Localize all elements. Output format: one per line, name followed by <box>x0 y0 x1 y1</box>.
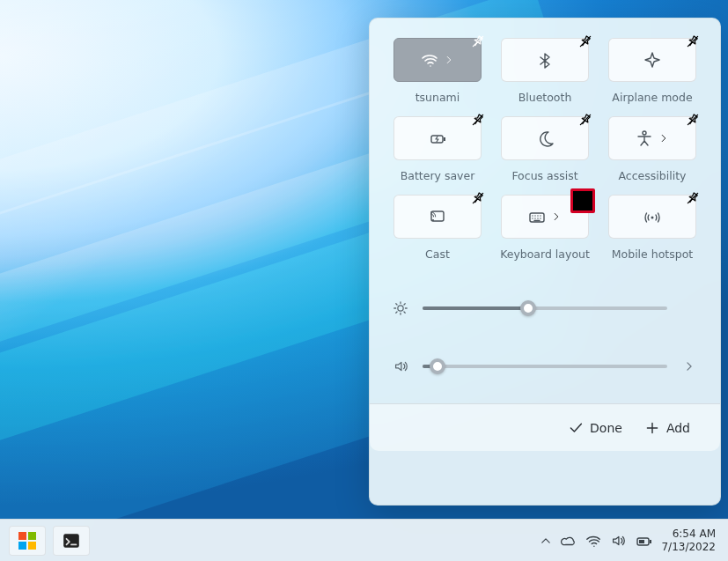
windows-logo-icon <box>18 532 36 550</box>
unpin-accessibility-button[interactable] <box>685 112 701 128</box>
chevron-right-icon <box>658 133 669 144</box>
panel-footer: Done Add <box>370 403 720 451</box>
wifi-button[interactable] <box>393 38 482 82</box>
terminal-icon <box>62 531 81 550</box>
focus-assist-button[interactable] <box>501 116 589 160</box>
battery-icon <box>635 532 652 550</box>
airplane-icon <box>643 51 661 69</box>
mobile-hotspot-label: Mobile hotspot <box>612 247 693 261</box>
done-label: Done <box>590 421 622 435</box>
taskbar-right: 6:54 AM 7/13/2022 <box>540 528 719 554</box>
tile-wifi: tsunami <box>393 38 482 104</box>
add-button[interactable]: Add <box>645 421 690 435</box>
tile-battery-saver: Battery saver <box>393 116 482 182</box>
unpin-bluetooth-button[interactable] <box>577 33 593 49</box>
accessibility-label: Accessibility <box>619 169 687 182</box>
brightness-fill <box>423 306 528 310</box>
cloud-icon <box>561 533 577 549</box>
quick-settings-grid: tsunami Bluetooth Airplane mode Battery … <box>393 38 697 261</box>
tile-airplane: Airplane mode <box>607 38 697 104</box>
unpin-mobile-hotspot-button[interactable] <box>685 190 701 206</box>
moon-icon <box>536 129 554 147</box>
brightness-thumb[interactable] <box>520 300 536 316</box>
tray-network-button[interactable] <box>585 533 601 549</box>
unpin-focus-assist-button[interactable] <box>577 112 593 128</box>
accessibility-icon <box>636 129 653 147</box>
plus-icon <box>645 421 659 435</box>
terminal-app-button[interactable] <box>53 526 90 556</box>
tray-overflow-button[interactable] <box>540 535 552 547</box>
unpin-airplane-button[interactable] <box>685 33 701 49</box>
brightness-row <box>393 287 697 329</box>
tile-cast: Cast <box>393 195 482 261</box>
bluetooth-icon <box>536 51 554 69</box>
keyboard-layout-button[interactable] <box>501 195 589 239</box>
wifi-icon <box>421 51 438 69</box>
tile-keyboard-layout: Keyboard layout <box>500 195 590 261</box>
tray-onedrive-button[interactable] <box>561 533 577 549</box>
tile-focus-assist: Focus assist <box>500 116 590 182</box>
cast-button[interactable] <box>393 195 482 239</box>
done-button[interactable]: Done <box>569 421 622 435</box>
airplane-mode-button[interactable] <box>608 38 696 82</box>
volume-expand-button[interactable] <box>681 360 697 373</box>
sun-icon <box>393 300 408 316</box>
unpin-battery-saver-button[interactable] <box>470 112 486 128</box>
unpin-cast-button[interactable] <box>470 190 486 206</box>
volume-row <box>393 345 697 388</box>
volume-thumb[interactable] <box>430 358 445 374</box>
hotspot-icon <box>643 208 661 225</box>
airplane-label: Airplane mode <box>612 91 692 104</box>
chevron-right-icon <box>551 211 562 222</box>
mobile-hotspot-button[interactable] <box>608 195 696 239</box>
tray-sound-button[interactable] <box>610 533 626 549</box>
tile-accessibility: Accessibility <box>607 116 697 182</box>
cast-icon <box>429 208 446 225</box>
battery-saver-label: Battery saver <box>401 169 475 182</box>
sound-icon <box>393 358 408 374</box>
tile-mobile-hotspot: Mobile hotspot <box>607 195 697 261</box>
keyboard-layout-label: Keyboard layout <box>500 247 590 261</box>
check-icon <box>569 421 583 435</box>
accessibility-button[interactable] <box>608 116 696 160</box>
chevron-right-icon <box>444 55 454 65</box>
start-button[interactable] <box>9 526 46 556</box>
tile-bluetooth: Bluetooth <box>500 38 590 104</box>
bluetooth-label: Bluetooth <box>518 91 572 104</box>
clock-date: 7/13/2022 <box>661 541 716 554</box>
clock-time: 6:54 AM <box>661 528 716 541</box>
unpin-wifi-button[interactable] <box>470 33 486 49</box>
battery-saver-button[interactable] <box>393 116 482 160</box>
bluetooth-button[interactable] <box>501 38 589 82</box>
volume-slider[interactable] <box>423 365 667 368</box>
sound-icon <box>610 533 626 549</box>
cast-label: Cast <box>425 247 450 261</box>
quick-settings-panel: tsunami Bluetooth Airplane mode Battery … <box>369 18 721 506</box>
taskbar: 6:54 AM 7/13/2022 <box>0 519 728 561</box>
wifi-label: tsunami <box>415 91 460 104</box>
unpin-keyboard-layout-button[interactable] <box>570 188 595 213</box>
battery-icon <box>429 129 446 147</box>
tray-battery-button[interactable] <box>635 532 652 550</box>
taskbar-clock[interactable]: 6:54 AM 7/13/2022 <box>661 528 719 554</box>
taskbar-left <box>9 526 90 556</box>
add-label: Add <box>666 421 690 435</box>
wifi-icon <box>585 533 601 549</box>
sliders-section <box>393 287 697 388</box>
focus-assist-label: Focus assist <box>511 169 577 182</box>
keyboard-icon <box>528 208 546 225</box>
brightness-slider[interactable] <box>423 306 667 310</box>
